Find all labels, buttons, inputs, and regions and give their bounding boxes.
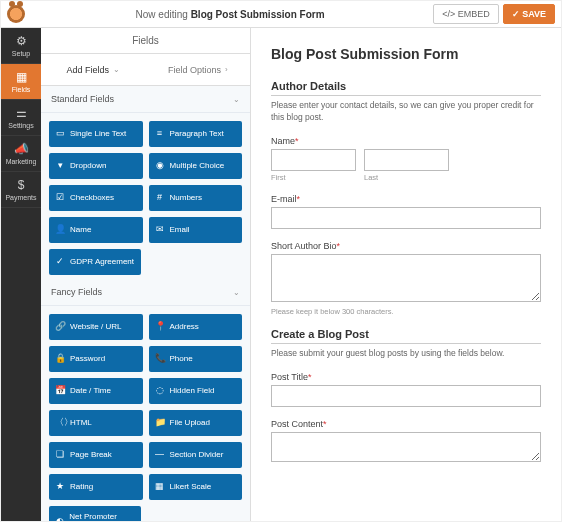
paragraph-icon: ≡ [155,129,165,139]
field-numbers[interactable]: #Numbers [149,185,243,211]
checkbox-icon: ☑ [55,193,65,203]
shield-icon: ✓ [55,257,65,267]
last-name-input[interactable] [364,149,449,171]
name-label: Name* [271,136,541,146]
code-icon: 〈〉 [55,418,65,428]
page-title: Now editing Blog Post Submission Form [31,9,429,20]
email-label: E-mail* [271,194,541,204]
nav-setup[interactable]: ⚙Setup [1,28,41,64]
nav-settings[interactable]: ⚌Settings [1,100,41,136]
first-name-input[interactable] [271,149,356,171]
title-prefix: Now editing [136,9,188,20]
link-icon: 🔗 [55,322,65,332]
bio-helper: Please keep it below 300 characters. [271,307,541,316]
tab-add-fields[interactable]: Add Fields⌄ [41,54,146,85]
form-icon: ▦ [1,70,41,84]
post-title-label: Post Title* [271,372,541,382]
field-hidden[interactable]: ◌Hidden Field [149,378,243,404]
field-nps[interactable]: ◐Net Promoter Score [49,506,141,521]
star-icon: ★ [55,482,65,492]
field-website-url[interactable]: 🔗Website / URL [49,314,143,340]
post-title-input[interactable] [271,385,541,407]
field-rating[interactable]: ★Rating [49,474,143,500]
upload-icon: 📁 [155,418,165,428]
section-post-heading: Create a Blog Post [271,328,541,344]
divider-icon: — [155,450,165,460]
field-dropdown[interactable]: ▾Dropdown [49,153,143,179]
field-date-time[interactable]: 📅Date / Time [49,378,143,404]
field-page-break[interactable]: ❏Page Break [49,442,143,468]
chevron-right-icon: › [225,65,228,74]
eye-off-icon: ◌ [155,386,165,396]
page-icon: ❏ [55,450,65,460]
field-paragraph-text[interactable]: ≡Paragraph Text [149,121,243,147]
save-button[interactable]: ✓ SAVE [503,4,555,24]
field-multiple-choice[interactable]: ◉Multiple Choice [149,153,243,179]
title-name: Blog Post Submission Form [191,9,325,20]
left-nav: ⚙Setup ▦Fields ⚌Settings 📣Marketing $Pay… [1,28,41,521]
field-section-divider[interactable]: —Section Divider [149,442,243,468]
calendar-icon: 📅 [55,386,65,396]
bio-label: Short Author Bio* [271,241,541,251]
nav-fields[interactable]: ▦Fields [1,64,41,100]
tab-field-options[interactable]: Field Options› [146,54,251,85]
section-author-heading: Author Details [271,80,541,96]
nav-payments[interactable]: $Payments [1,172,41,208]
chevron-down-icon: ⌄ [113,65,120,74]
hash-icon: # [155,193,165,203]
app-logo [7,5,25,23]
radio-icon: ◉ [155,161,165,171]
field-checkboxes[interactable]: ☑Checkboxes [49,185,143,211]
last-sublabel: Last [364,173,449,182]
user-icon: 👤 [55,225,65,235]
phone-icon: 📞 [155,354,165,364]
field-gdpr[interactable]: ✓GDPR Agreement [49,249,141,275]
group-fancy-fields[interactable]: Fancy Fields⌄ [41,279,250,306]
panel-header: Fields [41,28,250,54]
post-content-textarea[interactable] [271,432,541,462]
dropdown-icon: ▾ [55,161,65,171]
chevron-down-icon: ⌄ [233,95,240,104]
form-title: Blog Post Submission Form [271,46,541,62]
field-password[interactable]: 🔒Password [49,346,143,372]
text-icon: ▭ [55,129,65,139]
megaphone-icon: 📣 [1,142,41,156]
grid-icon: ▦ [155,482,165,492]
field-email[interactable]: ✉Email [149,217,243,243]
nav-marketing[interactable]: 📣Marketing [1,136,41,172]
section-post-desc: Please submit your guest blog posts by u… [271,348,541,360]
chevron-down-icon: ⌄ [233,288,240,297]
field-address[interactable]: 📍Address [149,314,243,340]
field-html[interactable]: 〈〉HTML [49,410,143,436]
group-standard-fields[interactable]: Standard Fields⌄ [41,86,250,113]
field-file-upload[interactable]: 📁File Upload [149,410,243,436]
field-likert-scale[interactable]: ▦Likert Scale [149,474,243,500]
dollar-icon: $ [1,178,41,192]
email-input[interactable] [271,207,541,229]
first-sublabel: First [271,173,356,182]
post-content-label: Post Content* [271,419,541,429]
field-name[interactable]: 👤Name [49,217,143,243]
section-author-desc: Please enter your contact details, so we… [271,100,541,124]
gauge-icon: ◐ [55,517,64,521]
sliders-icon: ⚌ [1,106,41,120]
field-phone[interactable]: 📞Phone [149,346,243,372]
lock-icon: 🔒 [55,354,65,364]
field-single-line-text[interactable]: ▭Single Line Text [49,121,143,147]
bio-textarea[interactable] [271,254,541,302]
mail-icon: ✉ [155,225,165,235]
gear-icon: ⚙ [1,34,41,48]
embed-button[interactable]: </> EMBED [433,4,499,24]
pin-icon: 📍 [155,322,165,332]
